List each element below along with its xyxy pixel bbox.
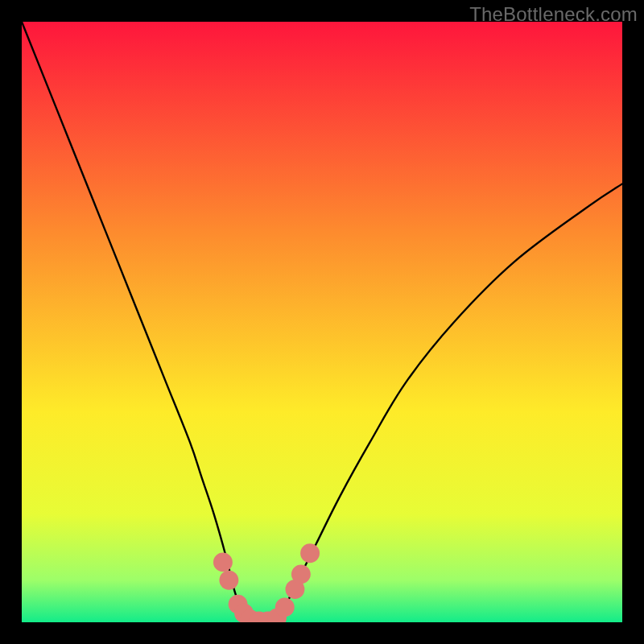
chart-plot-area bbox=[22, 22, 622, 622]
valley-marker bbox=[291, 564, 311, 584]
watermark-text: TheBottleneck.com bbox=[469, 3, 638, 26]
bottleneck-chart bbox=[22, 22, 622, 622]
valley-marker bbox=[219, 571, 238, 590]
valley-marker bbox=[275, 597, 295, 617]
valley-marker bbox=[213, 552, 233, 572]
chart-frame: TheBottleneck.com bbox=[0, 0, 644, 644]
valley-marker bbox=[300, 543, 320, 563]
